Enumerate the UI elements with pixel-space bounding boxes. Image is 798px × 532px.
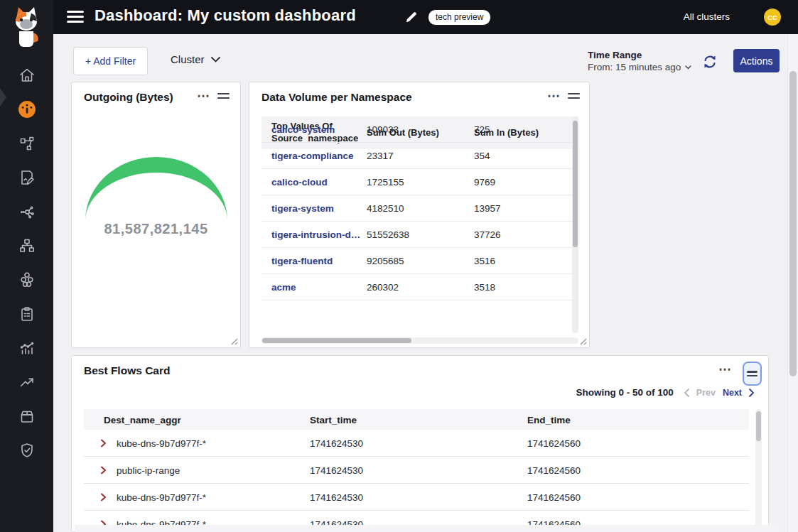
document-edit-icon [18, 169, 36, 186]
namespace-table: Top Values Of Source_namespace Sum Out (… [261, 116, 578, 333]
namespace-link[interactable]: calico-cloud [271, 177, 362, 188]
page-horizontal-scrollbar[interactable] [75, 525, 778, 532]
resize-grip-icon[interactable] [579, 337, 587, 345]
cluster-filter-dropdown[interactable]: Cluster [171, 53, 220, 65]
expand-chevron-icon[interactable] [98, 438, 108, 448]
page-title: Dashboard: My custom dashboard [95, 6, 356, 25]
end-time-value: 1741624560 [527, 465, 581, 475]
table-vertical-scrollbar [755, 409, 762, 532]
hex-cluster-icon [18, 271, 36, 288]
sidebar-item-service-graph[interactable] [0, 126, 53, 161]
flows-table: Dest_name_aggr Start_time End_time kube-… [84, 409, 749, 532]
scrollbar-thumb[interactable] [789, 71, 797, 376]
home-icon [18, 67, 36, 84]
column-header[interactable]: Dest_name_aggr [104, 414, 181, 425]
chart-bars-icon [18, 340, 36, 357]
sidebar-item-home[interactable] [0, 58, 53, 92]
add-filter-button[interactable]: + Add Filter [73, 47, 148, 75]
app-header: Dashboard: My custom dashboard tech prev… [0, 0, 798, 34]
dest-name-value: kube-dns-9b7d977f-* [117, 492, 206, 502]
gauge-arc [85, 157, 227, 221]
sidebar [0, 0, 53, 532]
cluster-selector[interactable]: All clusters [684, 11, 730, 22]
outgoing-bytes-card: Outgoing (Bytes) ⋯ 81,587,821,145 [71, 82, 241, 348]
sum-out-value: 1725155 [367, 177, 404, 188]
namespace-link[interactable]: acme [271, 282, 362, 293]
sum-in-value: 725 [474, 124, 490, 135]
sidebar-item-clusters[interactable] [0, 263, 53, 297]
clipboard-icon [18, 305, 36, 322]
table-row: kube-dns-9b7d977f-*17416245301741624560 [84, 430, 749, 457]
main-content: + Add Filter Cluster Time Range From: 15… [53, 34, 798, 532]
sidebar-item-security[interactable] [0, 433, 53, 467]
card-drag-handle-icon[interactable] [568, 93, 580, 102]
best-flows-card: Best Flows Card ⋯ Showing 0 - 50 of 100 … [71, 355, 769, 532]
sum-out-value: 109033 [367, 124, 399, 135]
data-volume-table-body: calico-system109033725tigera-compliance2… [261, 116, 578, 300]
sidebar-item-policies[interactable] [0, 161, 53, 195]
avatar[interactable]: CC [764, 9, 781, 26]
sidebar-item-workloads[interactable] [0, 399, 53, 433]
sidebar-item-connections[interactable] [0, 195, 53, 229]
table-horizontal-scrollbar [261, 337, 578, 344]
sum-out-value: 23317 [367, 151, 394, 161]
end-time-value: 1741624560 [527, 438, 581, 448]
chevron-right-icon[interactable] [749, 389, 755, 397]
actions-button[interactable]: Actions [733, 49, 780, 72]
scrollbar-thumb[interactable] [573, 121, 578, 247]
time-range-label: Time Range [588, 50, 691, 60]
edit-pencil-icon[interactable] [404, 9, 419, 25]
dest-name-value: public-ip-range [117, 465, 180, 475]
namespace-link[interactable]: calico-system [271, 124, 362, 135]
table-row: calico-cloud17251559769 [261, 169, 572, 195]
time-range: Time Range From: 15 minutes ago [588, 50, 691, 72]
start-time-value: 1741624530 [310, 465, 363, 475]
start-time-value: 1741624530 [310, 492, 363, 502]
card-menu-dots-icon[interactable]: ⋯ [197, 88, 210, 104]
sum-out-value: 260302 [367, 282, 399, 293]
scrollbar-thumb[interactable] [262, 338, 411, 343]
table-vertical-scrollbar [572, 116, 578, 333]
sum-in-value: 3518 [474, 282, 495, 293]
card-menu-dots-icon[interactable]: ⋯ [547, 88, 561, 104]
gauge-icon [18, 100, 36, 119]
sum-out-value: 51552638 [367, 229, 409, 240]
column-header[interactable]: Start_time [310, 414, 357, 425]
hamburger-menu-icon[interactable] [67, 11, 84, 23]
end-time-value: 1741624560 [527, 492, 581, 502]
scrollbar-thumb[interactable] [756, 411, 761, 441]
namespace-link[interactable]: tigera-fluentd [271, 256, 362, 266]
sidebar-item-reports[interactable] [0, 331, 53, 365]
chevron-left-icon[interactable] [684, 389, 689, 397]
next-button[interactable]: Next [723, 388, 742, 398]
sidebar-item-dashboard[interactable] [0, 92, 53, 126]
namespace-link[interactable]: tigera-system [271, 203, 362, 214]
table-row: public-ip-range17416245301741624560 [84, 457, 749, 484]
best-flows-table-body: kube-dns-9b7d977f-*17416245301741624560p… [84, 430, 749, 532]
resize-grip-icon[interactable] [230, 337, 238, 345]
prev-button[interactable]: Prev [696, 388, 716, 398]
expand-chevron-icon[interactable] [98, 492, 108, 502]
sum-in-value: 9769 [474, 177, 495, 188]
column-header[interactable]: End_time [527, 414, 571, 425]
card-drag-handle-icon[interactable] [217, 93, 230, 102]
card-drag-handle-focused[interactable] [743, 362, 762, 386]
refresh-icon[interactable] [701, 53, 718, 70]
service-graph-icon [18, 135, 36, 152]
sidebar-item-network[interactable] [0, 229, 53, 263]
card-title: Data Volume per Namespace [261, 91, 412, 104]
sidebar-item-trends[interactable] [0, 365, 53, 399]
sidebar-item-compliance[interactable] [0, 297, 53, 331]
namespace-link[interactable]: tigera-compliance [271, 151, 362, 161]
expand-chevron-icon[interactable] [98, 465, 108, 475]
table-row: acme2603023518 [261, 274, 572, 300]
trend-arrow-icon [18, 374, 36, 391]
data-volume-card: Data Volume per Namespace ⋯ Top Values O… [249, 82, 590, 348]
calico-cat-logo[interactable] [9, 4, 43, 51]
table-row: calico-system109033725 [261, 116, 572, 143]
card-menu-dots-icon[interactable]: ⋯ [718, 362, 732, 377]
shield-check-icon [18, 442, 36, 459]
time-range-from-dropdown[interactable]: From: 15 minutes ago [588, 62, 691, 72]
namespace-link[interactable]: tigera-intrusion-d… [271, 229, 362, 240]
showing-label: Showing 0 - 50 of 100 [576, 387, 674, 398]
